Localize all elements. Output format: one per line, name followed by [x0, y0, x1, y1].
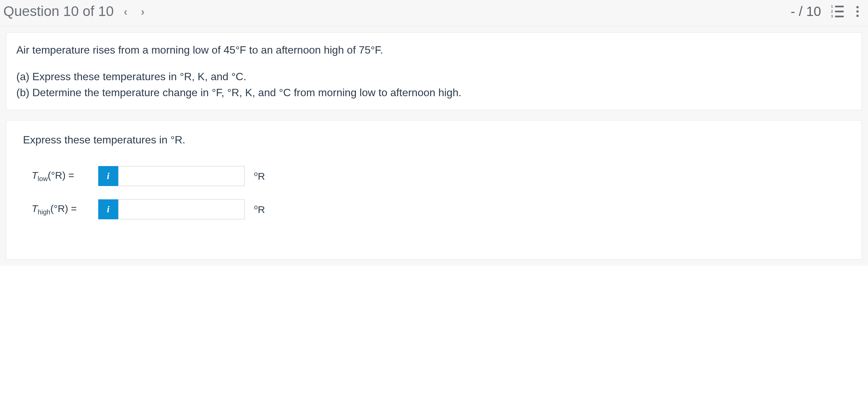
- content-area: Air temperature rises from a morning low…: [0, 26, 868, 265]
- info-button-tlow[interactable]: i: [98, 166, 118, 186]
- answer-row-tlow: Tlow(°R) = i oR: [32, 166, 845, 186]
- nav-arrows: ‹ ›: [124, 5, 145, 18]
- next-question-button[interactable]: ›: [141, 5, 145, 18]
- answer-label-thigh: Thigh(°R) =: [32, 203, 98, 216]
- answer-input-tlow[interactable]: [118, 166, 245, 186]
- header-right: - / 10 1 2 3: [791, 4, 861, 19]
- unit-label-tlow: oR: [254, 170, 265, 182]
- question-title: Question 10 of 10: [3, 3, 114, 19]
- answer-input-thigh[interactable]: [118, 199, 245, 219]
- info-button-thigh[interactable]: i: [98, 199, 118, 219]
- more-options-icon[interactable]: [854, 6, 861, 17]
- answer-label-tlow: Tlow(°R) =: [32, 170, 98, 183]
- unit-label-thigh: oR: [254, 203, 265, 215]
- prev-question-button[interactable]: ‹: [124, 5, 127, 18]
- problem-text: Air temperature rises from a morning low…: [16, 42, 852, 100]
- answer-row-thigh: Thigh(°R) = i oR: [32, 199, 845, 219]
- question-list-icon[interactable]: 1 2 3: [831, 5, 844, 18]
- answer-panel: Express these temperatures in °R. Tlow(°…: [6, 120, 862, 259]
- part-instruction: Express these temperatures in °R.: [23, 134, 845, 146]
- question-header: Question 10 of 10 ‹ › - / 10 1 2 3: [0, 0, 868, 26]
- problem-parts: (a) Express these temperatures in °R, K,…: [16, 68, 852, 100]
- problem-part-b: (b) Determine the temperature change in …: [16, 87, 462, 98]
- problem-panel: Air temperature rises from a morning low…: [6, 32, 862, 110]
- problem-intro: Air temperature rises from a morning low…: [16, 42, 852, 58]
- score-display: - / 10: [791, 4, 821, 19]
- problem-part-a: (a) Express these temperatures in °R, K,…: [16, 70, 246, 83]
